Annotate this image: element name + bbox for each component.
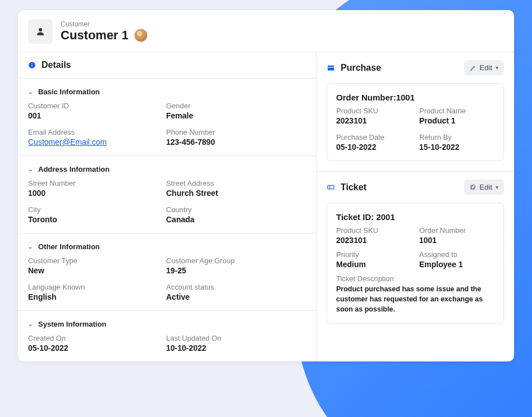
order-number-title: Order Number:1001	[336, 93, 494, 102]
caret-down-icon: ▾	[496, 65, 498, 71]
edit-label: Edit	[480, 63, 492, 72]
ticket-icon	[327, 183, 335, 191]
purchase-icon	[327, 63, 335, 72]
ticket-title: Ticket	[341, 182, 366, 193]
customer-id-label: Customer ID	[28, 102, 166, 110]
updated-on-label: Last Updated On	[166, 334, 306, 342]
address-info-toggle[interactable]: ⌄ Address Information	[28, 162, 306, 179]
svg-point-3	[31, 63, 33, 64]
right-column: Purchase Edit ▾ Order Number:1001	[317, 52, 514, 361]
return-by-value: 15-10-2022	[419, 143, 494, 152]
product-name-value: Product 1	[419, 116, 494, 125]
page-title: Customer 1	[61, 28, 148, 43]
details-column: Details ⌄ Basic Information Customer ID …	[18, 52, 317, 361]
caret-down-icon: ▾	[496, 184, 498, 190]
assigned-to-value: Employee 1	[419, 260, 494, 269]
other-info-toggle[interactable]: ⌄ Other Information	[28, 239, 306, 256]
ticket-description-text: Product purchased has some issue and the…	[336, 284, 494, 314]
info-icon	[28, 61, 36, 69]
phone-value: 123-456-7890	[166, 138, 306, 146]
age-group-value: 19-25	[166, 266, 306, 275]
street-number-label: Street Number	[28, 179, 166, 187]
purchase-sku-label: Product SKU	[336, 107, 419, 115]
purchase-date-label: Purchase Date	[336, 133, 419, 141]
language-label: Language Known	[28, 283, 166, 291]
phone-label: Phone Number	[166, 128, 306, 136]
ticket-panel: Ticket ID: 2001 Product SKU 2023101 Orde…	[327, 203, 504, 324]
system-info-block: ⌄ System Information Created On 05-10-20…	[18, 311, 316, 361]
customer-name: Customer 1	[61, 28, 129, 43]
edit-purchase-button[interactable]: Edit ▾	[464, 60, 504, 75]
customer-entity-icon	[28, 19, 53, 44]
address-info-block: ⌄ Address Information Street Number 1000…	[18, 156, 316, 233]
customer-type-label: Customer Type	[28, 256, 166, 265]
other-info-title: Other Information	[38, 242, 100, 251]
chevron-down-icon: ⌄	[28, 166, 33, 172]
product-name-label: Product Name	[419, 107, 494, 115]
created-on-label: Created On	[28, 334, 166, 342]
purchase-title: Purchase	[341, 63, 381, 73]
city-value: Toronto	[28, 215, 166, 224]
entity-type-label: Customer	[61, 20, 148, 28]
chevron-down-icon: ⌄	[28, 89, 33, 95]
city-label: City	[28, 205, 166, 214]
country-label: Country	[166, 205, 306, 214]
other-info-block: ⌄ Other Information Customer Type New Cu…	[18, 233, 316, 311]
customer-id-value: 001	[28, 111, 166, 120]
system-info-title: System Information	[38, 320, 106, 328]
chevron-down-icon: ⌄	[28, 244, 33, 250]
ticket-order-label: Order Number	[419, 226, 494, 235]
purchase-sku-value: 2023101	[336, 116, 419, 125]
ticket-order-value: 1001	[419, 236, 494, 245]
svg-rect-5	[328, 67, 334, 67]
ticket-section: Ticket Edit ▾ Ticket ID: 2001	[317, 172, 514, 334]
address-info-title: Address Information	[38, 165, 109, 173]
purchase-panel: Order Number:1001 Product SKU 2023101 Pr…	[327, 83, 504, 161]
svg-point-0	[39, 28, 42, 31]
card-header: Customer Customer 1	[18, 10, 514, 52]
ticket-sku-label: Product SKU	[336, 226, 419, 235]
avatar	[134, 29, 148, 42]
age-group-label: Customer Age Group	[166, 256, 306, 265]
details-title: Details	[42, 60, 71, 70]
system-info-toggle[interactable]: ⌄ System Information	[28, 317, 306, 334]
ticket-description-label: Ticket Description	[336, 274, 494, 283]
customer-type-value: New	[28, 266, 166, 275]
priority-value: Medium	[336, 260, 419, 269]
ticket-sku-value: 2023101	[336, 236, 419, 245]
country-value: Canada	[166, 215, 306, 224]
edit-ticket-button[interactable]: Edit ▾	[464, 180, 504, 195]
edit-square-icon	[470, 184, 476, 191]
street-number-value: 1000	[28, 189, 166, 198]
edit-label: Edit	[480, 183, 492, 191]
svg-rect-2	[31, 65, 32, 67]
svg-rect-4	[328, 66, 334, 71]
details-section-header: Details	[18, 52, 316, 79]
purchase-section: Purchase Edit ▾ Order Number:1001	[317, 52, 514, 171]
svg-rect-6	[328, 185, 334, 189]
ticket-id-title: Ticket ID: 2001	[336, 212, 494, 222]
gender-value: Female	[166, 111, 306, 120]
status-label: Account status	[166, 283, 306, 291]
language-value: English	[28, 292, 166, 301]
email-label: Email Address	[28, 128, 166, 136]
gender-label: Gender	[166, 102, 306, 110]
created-on-value: 05-10-2022	[28, 343, 166, 352]
updated-on-value: 10-10-2022	[166, 343, 306, 352]
pencil-icon	[470, 65, 476, 71]
basic-info-toggle[interactable]: ⌄ Basic Information	[28, 84, 306, 102]
basic-info-title: Basic Information	[38, 88, 100, 96]
customer-card: Customer Customer 1 Details ⌄ Basic Info…	[18, 10, 514, 361]
chevron-down-icon: ⌄	[28, 321, 33, 327]
purchase-date-value: 05-10-2022	[336, 143, 419, 152]
return-by-label: Return By	[419, 133, 494, 141]
basic-info-block: ⌄ Basic Information Customer ID 001 Gend…	[18, 79, 316, 156]
street-address-value: Church Street	[166, 189, 306, 198]
assigned-to-label: Assigned to	[419, 250, 494, 259]
email-link[interactable]: Customer@Email.com	[28, 138, 166, 146]
priority-label: Priority	[336, 250, 419, 259]
status-value: Active	[166, 292, 306, 301]
street-address-label: Street Address	[166, 179, 306, 187]
